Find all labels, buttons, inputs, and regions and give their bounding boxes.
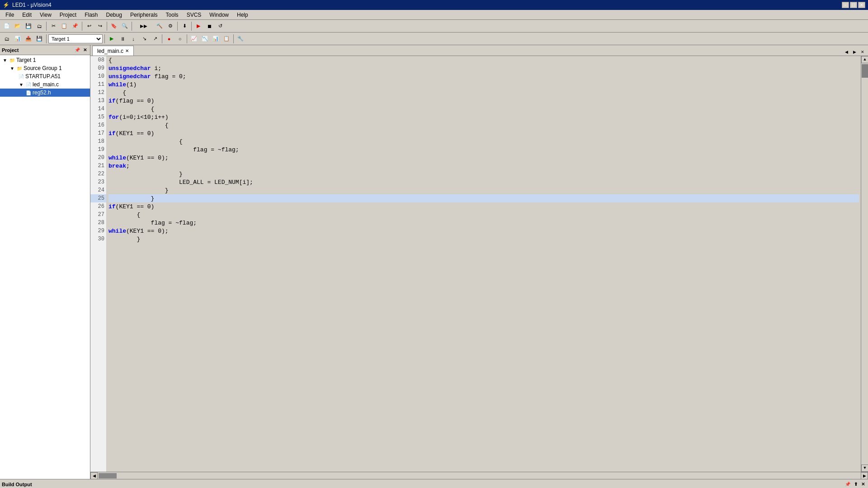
tree-target1[interactable]: ▼ 📁 Target 1 — [0, 56, 90, 64]
menu-help[interactable]: Help — [233, 11, 252, 19]
code-line: { — [108, 137, 859, 145]
scroll-tabs-left[interactable]: ◀ — [843, 48, 850, 56]
panel-close-button[interactable]: ✕ — [82, 47, 88, 53]
h-scroll-thumb[interactable] — [99, 473, 117, 479]
scroll-up-arrow[interactable]: ▲ — [861, 56, 868, 63]
step-out-button[interactable]: ↗ — [150, 34, 160, 44]
menu-debug[interactable]: Debug — [103, 11, 126, 19]
undo-button[interactable]: ↩ — [84, 21, 94, 31]
title-bar: ⚡ LED1 - µVision4 − □ ✕ — [0, 0, 868, 10]
line-number: 11 — [90, 80, 106, 89]
project-tree: ▼ 📁 Target 1 ▼ 📁 Source Group 1 📄 STARTU… — [0, 55, 90, 479]
find-button[interactable]: 🔍 — [120, 21, 130, 31]
paste-button[interactable]: 📌 — [70, 21, 80, 31]
startup-file-label: STARTUP.A51 — [25, 73, 61, 80]
output-button[interactable]: 📤 — [24, 34, 33, 44]
perf-button[interactable]: 📊 — [211, 34, 221, 44]
scroll-tabs-right[interactable]: ▶ — [851, 48, 858, 56]
project-panel: Project 📌 ✕ ▼ 📁 Target 1 ▼ 📁 Source Grou… — [0, 45, 90, 479]
tab-close-icon[interactable]: ✕ — [125, 48, 129, 53]
tree-source-group[interactable]: ▼ 📁 Source Group 1 — [0, 64, 90, 72]
new-button[interactable]: 📄 — [2, 21, 12, 31]
scroll-right-arrow[interactable]: ▶ — [861, 472, 868, 479]
panel-pin-button[interactable]: 📌 — [73, 47, 81, 53]
project-window-button[interactable]: 🗂 — [2, 34, 12, 44]
breakpoints-button[interactable]: ● — [164, 34, 174, 44]
bookmark-button[interactable]: 🔖 — [109, 21, 119, 31]
menu-project[interactable]: Project — [56, 11, 80, 19]
tree-reg52[interactable]: 📄 reg52.h — [0, 89, 90, 97]
scroll-down-arrow[interactable]: ▼ — [861, 465, 868, 472]
build-output-title: Build Output — [2, 482, 32, 487]
menu-bar: File Edit View Project Flash Debug Perip… — [0, 10, 868, 20]
separator10 — [187, 34, 187, 43]
separator5 — [177, 22, 178, 31]
tab-label: led_main.c — [97, 48, 123, 54]
scroll-thumb[interactable] — [862, 64, 868, 78]
stop-button[interactable]: ⏸ — [118, 34, 127, 44]
code-line: while(1) — [108, 80, 859, 89]
build-output-pin[interactable]: 📌 — [844, 481, 852, 487]
build-target-button[interactable]: ▶▶ — [134, 21, 154, 31]
title-bar-controls[interactable]: − □ ✕ — [842, 2, 865, 8]
editor-content: 0809101112131415161718192021222324252627… — [90, 56, 868, 472]
separator1 — [46, 22, 47, 31]
logic-analyzer-button[interactable]: 📉 — [200, 34, 210, 44]
menu-peripherals[interactable]: Peripherals — [127, 11, 161, 19]
clear-breakpoints-button[interactable]: ○ — [175, 34, 185, 44]
setup-button[interactable]: 🔧 — [236, 34, 245, 44]
close-editor[interactable]: ✕ — [859, 48, 866, 56]
line-number: 15 — [90, 113, 106, 121]
editor-tab-led-main[interactable]: led_main.c ✕ — [92, 46, 134, 56]
code-area[interactable]: { unsigned char i; unsigned char flag = … — [107, 56, 861, 472]
menu-window[interactable]: Window — [206, 11, 232, 19]
line-number: 27 — [90, 211, 106, 219]
step-into-button[interactable]: ↘ — [139, 34, 149, 44]
download-button[interactable]: ⬇ — [179, 21, 189, 31]
debug-start-button[interactable]: ▶ — [193, 21, 203, 31]
memory-button[interactable]: 💾 — [34, 34, 44, 44]
maximize-button[interactable]: □ — [850, 2, 857, 8]
scroll-left-arrow[interactable]: ◀ — [90, 472, 98, 479]
open-button[interactable]: 📂 — [13, 21, 23, 31]
run-button[interactable]: ▶ — [107, 34, 117, 44]
separator3 — [107, 22, 107, 31]
code-line: while(KEY1 == 0); — [108, 154, 859, 162]
editor-section: led_main.c ✕ ◀ ▶ ✕ 080910111213141516171… — [90, 45, 868, 479]
menu-edit[interactable]: Edit — [19, 11, 35, 19]
led-main-icon: 📄 — [25, 81, 32, 88]
build-button[interactable]: 🔨 — [155, 21, 165, 31]
debug-reset-button[interactable]: ↺ — [215, 21, 225, 31]
separator8 — [104, 34, 105, 43]
line-number: 12 — [90, 89, 106, 97]
menu-tools[interactable]: Tools — [162, 11, 182, 19]
build-output-close[interactable]: ✕ — [860, 481, 866, 487]
build-output-float[interactable]: ⬆ — [853, 481, 859, 487]
save-all-button[interactable]: 🗂 — [34, 21, 44, 31]
code-coverage-button[interactable]: 📋 — [222, 34, 231, 44]
cut-button[interactable]: ✂ — [48, 21, 58, 31]
step-over-button[interactable]: ↓ — [128, 34, 138, 44]
minimize-button[interactable]: − — [842, 2, 849, 8]
redo-button[interactable]: ↪ — [95, 21, 105, 31]
copy-button[interactable]: 📋 — [59, 21, 69, 31]
toolbar2: 🗂 📊 📤 💾 Target 1 ▶ ⏸ ↓ ↘ ↗ ● ○ 📈 📉 📊 📋 🔧 — [0, 33, 868, 45]
menu-svcs[interactable]: SVCS — [183, 11, 205, 19]
trace-button[interactable]: 📈 — [189, 34, 199, 44]
regs-button[interactable]: 📊 — [13, 34, 23, 44]
bottom-scrollbar[interactable]: ◀ ▶ — [90, 472, 868, 479]
code-line: { — [108, 105, 859, 113]
save-button[interactable]: 💾 — [24, 21, 33, 31]
led-main-expand: ▼ — [18, 81, 24, 88]
separator6 — [191, 22, 192, 31]
tree-startup[interactable]: 📄 STARTUP.A51 — [0, 72, 90, 80]
editor-scrollbar-v[interactable]: ▲ ▼ — [861, 56, 868, 472]
menu-view[interactable]: View — [36, 11, 55, 19]
rebuild-button[interactable]: ⚙ — [165, 21, 175, 31]
close-button[interactable]: ✕ — [858, 2, 865, 8]
target-dropdown[interactable]: Target 1 — [48, 34, 103, 43]
menu-flash[interactable]: Flash — [81, 11, 101, 19]
menu-file[interactable]: File — [2, 11, 18, 19]
tree-led-main[interactable]: ▼ 📄 led_main.c — [0, 80, 90, 89]
debug-stop-button[interactable]: ⏹ — [204, 21, 214, 31]
